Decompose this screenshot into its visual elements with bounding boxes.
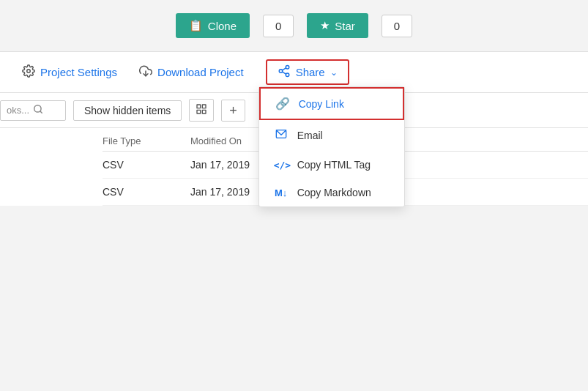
copy-markdown-label: Copy Markdown [297, 187, 371, 198]
clone-label: Clone [208, 20, 237, 32]
clone-count[interactable]: 0 [263, 15, 294, 37]
svg-line-5 [282, 72, 286, 74]
email-icon [274, 128, 289, 143]
copy-markdown-item[interactable]: M↓ Copy Markdown [259, 179, 404, 206]
top-bar: 📋 Clone 0 ★ Star 0 [0, 0, 588, 51]
star-label: Star [335, 20, 355, 32]
copy-markdown-icon: M↓ [274, 187, 289, 198]
clone-icon: 📋 [189, 19, 203, 32]
search-icon [33, 104, 43, 117]
project-settings-label: Project Settings [40, 66, 117, 78]
search-box[interactable]: oks... [0, 100, 66, 121]
copy-link-icon: 🔗 [275, 97, 290, 111]
copy-link-item[interactable]: 🔗 Copy Link [259, 87, 404, 120]
settings-icon [22, 64, 35, 80]
svg-line-6 [282, 68, 286, 70]
cell-filetype-1: CSV [103, 159, 190, 171]
share-button[interactable]: Share ⌄ [266, 59, 349, 85]
search-placeholder: oks... [7, 105, 29, 116]
copy-html-item[interactable]: </> Copy HTML Tag [259, 151, 404, 179]
view-toggle-button[interactable] [189, 99, 214, 122]
chevron-down-icon: ⌄ [330, 67, 338, 78]
clone-button[interactable]: 📋 Clone [176, 13, 250, 38]
add-button[interactable]: + [221, 100, 245, 122]
svg-rect-10 [197, 105, 201, 108]
copy-html-label: Copy HTML Tag [297, 159, 371, 171]
share-dropdown-menu: 🔗 Copy Link Email </> Copy HTML Tag M↓ [258, 86, 405, 207]
project-settings-link[interactable]: Project Settings [22, 64, 117, 80]
download-label: Download Project [157, 66, 244, 78]
share-label: Share [296, 66, 325, 78]
svg-line-9 [40, 111, 42, 113]
svg-point-0 [27, 70, 31, 73]
star-count[interactable]: 0 [382, 15, 412, 37]
download-icon [139, 64, 152, 80]
email-label: Email [297, 130, 323, 141]
star-button[interactable]: ★ Star [307, 13, 368, 38]
email-item[interactable]: Email [259, 120, 404, 151]
cell-filetype-2: CSV [103, 186, 190, 198]
share-dropdown-wrapper: Share ⌄ 🔗 Copy Link Email </> [266, 59, 349, 85]
svg-rect-11 [203, 105, 206, 108]
svg-rect-13 [203, 110, 206, 113]
copy-html-icon: </> [274, 160, 289, 171]
copy-link-label: Copy Link [299, 98, 344, 110]
action-bar: Project Settings Download Project Share … [0, 51, 588, 93]
star-icon: ★ [320, 19, 330, 32]
col-filetype-header: File Type [103, 135, 190, 146]
download-project-link[interactable]: Download Project [139, 64, 244, 80]
svg-rect-12 [197, 110, 201, 113]
share-icon [278, 64, 291, 80]
show-hidden-button[interactable]: Show hidden items [73, 100, 182, 121]
